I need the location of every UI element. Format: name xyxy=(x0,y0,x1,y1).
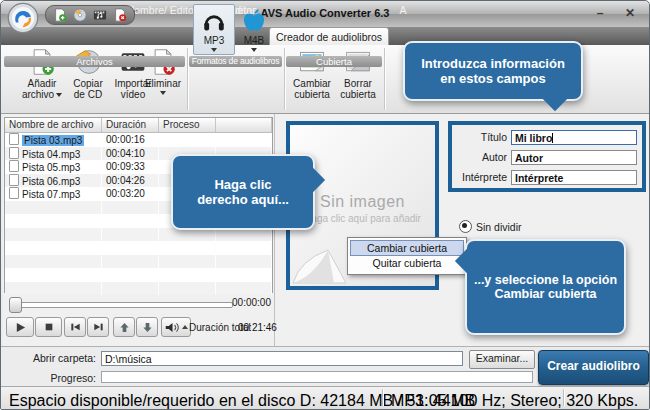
artist-field[interactable]: Intérprete xyxy=(511,170,637,185)
copy-cd-label: Copiar de CD xyxy=(73,78,102,100)
file-duration: 00:00:16 xyxy=(102,133,159,147)
author-field[interactable]: Autor xyxy=(511,150,637,165)
split-option-label: Sin dividir xyxy=(476,221,522,233)
add-file-label: Añadir archivo xyxy=(22,78,57,100)
panel-divider xyxy=(274,114,275,346)
table-row-empty xyxy=(5,282,272,296)
radio-selected-icon xyxy=(459,220,472,233)
file-duration: 00:09:33 xyxy=(102,160,159,174)
move-down-button[interactable] xyxy=(136,317,158,337)
move-up-button[interactable] xyxy=(113,317,135,337)
callout-enter-info: Introduzca información en estos campos xyxy=(403,41,583,101)
title-field[interactable]: Mi libro xyxy=(511,130,637,145)
file-process xyxy=(159,133,216,147)
file-duration: 00:03:20 xyxy=(102,187,159,201)
output-folder-input[interactable]: D:\música xyxy=(101,351,463,366)
m4b-format-button[interactable]: M4B xyxy=(233,4,275,55)
add-file-icon[interactable] xyxy=(53,8,67,22)
elapsed-time: 00:00:00 xyxy=(229,297,271,308)
volume-button[interactable] xyxy=(161,317,191,337)
file-duration: 00:04:26 xyxy=(102,174,159,188)
status-separator xyxy=(382,389,384,406)
menu-item-change-cover[interactable]: Cambiar cubierta xyxy=(350,240,464,256)
progress-label: Progreso: xyxy=(26,372,96,384)
callout-select-option: ...y seleccione la opción Cambiar cubier… xyxy=(465,239,626,335)
group-caption-cubierta: Cubierta xyxy=(286,56,382,67)
page-curl-icon xyxy=(292,242,354,284)
column-header-name[interactable]: Nombre de archivo xyxy=(5,118,102,132)
stop-button[interactable] xyxy=(35,317,62,337)
dropdown-arrow-icon xyxy=(251,48,257,52)
clear-cover-label: Borrar cubierta xyxy=(340,78,376,100)
close-button[interactable]: ✕ xyxy=(619,5,641,22)
cover-context-menu: Cambiar cubierta Quitar cubierta xyxy=(347,237,467,275)
seek-slider-track xyxy=(9,302,233,308)
column-header-duration[interactable]: Duración xyxy=(102,118,159,132)
arrow-down-icon xyxy=(142,322,153,333)
previous-icon xyxy=(70,322,81,332)
minimize-button[interactable]: – xyxy=(589,5,611,22)
speaker-icon xyxy=(165,322,180,333)
format-status: MP3: 44100 Hz; Stereo; 320 Kbps. xyxy=(391,392,638,410)
cd-icon[interactable] xyxy=(73,8,87,22)
seek-slider-thumb[interactable] xyxy=(9,297,22,313)
table-row[interactable]: Pista 03.mp3 00:00:16 xyxy=(5,133,272,147)
file-icon xyxy=(9,133,19,145)
file-name: Pista 05.mp3 xyxy=(22,162,80,173)
browse-button[interactable]: Examinar... xyxy=(469,350,535,369)
column-header-extra[interactable] xyxy=(216,118,272,132)
play-button[interactable] xyxy=(6,317,34,337)
status-separator xyxy=(563,389,565,406)
next-icon xyxy=(93,322,104,332)
progress-bar xyxy=(101,371,533,383)
title-field-label: Título xyxy=(457,131,507,143)
mp3-label: MP3 xyxy=(204,35,225,46)
group-separator xyxy=(384,48,386,110)
delete-label: Eliminar xyxy=(145,78,181,89)
file-icon xyxy=(9,147,19,159)
apple-icon xyxy=(241,7,267,33)
group-caption-formatos: Formatos de audiolibros xyxy=(189,56,282,67)
group-caption-archivos: Archivos xyxy=(4,56,185,67)
artist-field-label: Intérprete xyxy=(457,171,507,183)
change-cover-label: Cambiar cubierta xyxy=(293,78,331,100)
table-row-empty xyxy=(5,241,272,255)
next-button[interactable] xyxy=(87,317,109,337)
mp3-format-button[interactable]: MP3 xyxy=(193,4,235,55)
text-caret xyxy=(552,133,553,143)
split-option-radio[interactable]: Sin dividir xyxy=(459,220,522,233)
create-audiobook-button[interactable]: Crear audiolibro xyxy=(538,350,649,385)
arrow-up-icon xyxy=(119,322,130,333)
total-duration-value: 00:21:46 xyxy=(238,322,277,333)
tab-partial[interactable]: A xyxy=(393,1,413,19)
headphones-icon xyxy=(201,7,227,33)
file-icon xyxy=(9,174,19,186)
play-icon xyxy=(15,322,26,333)
menu-item-remove-cover[interactable]: Quitar cubierta xyxy=(350,256,464,272)
table-row-empty xyxy=(5,255,272,269)
audiobook-info-panel: Título Mi libro Autor Autor Intérprete I… xyxy=(448,121,646,192)
file-duration: 00:04:10 xyxy=(102,147,159,161)
file-name: Pista 07.mp3 xyxy=(22,189,80,200)
column-header-process[interactable]: Proceso xyxy=(159,118,216,132)
file-icon xyxy=(9,187,19,199)
open-folder-label: Abrir carpeta: xyxy=(26,352,96,364)
avs-logo-icon[interactable] xyxy=(7,2,39,34)
file-name: Pista 06.mp3 xyxy=(22,176,80,187)
author-field-label: Autor xyxy=(457,151,507,163)
previous-button[interactable] xyxy=(64,317,86,337)
stop-icon xyxy=(44,322,54,332)
dropdown-arrow-icon xyxy=(160,91,166,95)
callout-right-click: Haga clic derecho aquí... xyxy=(171,154,315,230)
app-window: AVS Audio Converter 6.3 – ✕ Conversión N… xyxy=(0,0,650,410)
file-list-header: Nombre de archivo Duración Proceso xyxy=(5,118,272,133)
m4b-label: M4B xyxy=(244,35,265,46)
table-row-empty xyxy=(5,268,272,282)
film-note-icon[interactable] xyxy=(93,8,107,22)
file-icon xyxy=(9,160,19,172)
dropdown-arrow-icon xyxy=(56,93,62,97)
tab-creador-audiolibros[interactable]: Creador de audiolibros xyxy=(269,27,389,45)
file-name: Pista 04.mp3 xyxy=(22,149,80,160)
page-x-icon[interactable] xyxy=(113,8,127,22)
dropdown-arrow-icon xyxy=(211,48,217,52)
